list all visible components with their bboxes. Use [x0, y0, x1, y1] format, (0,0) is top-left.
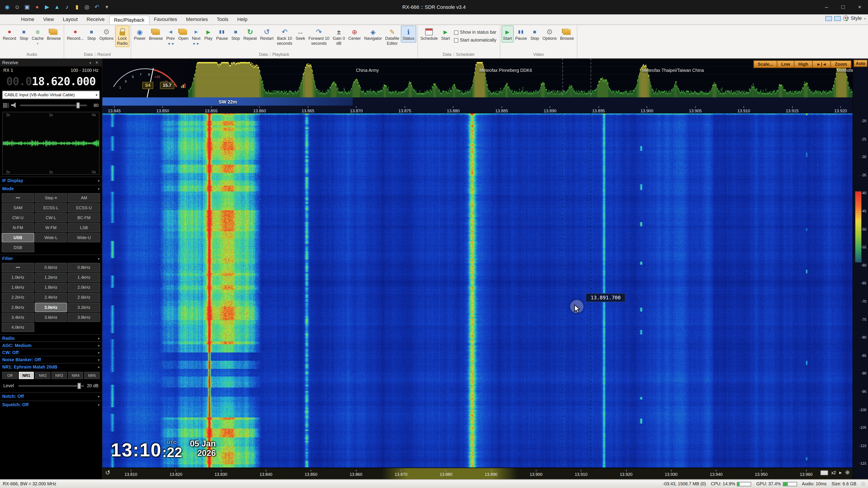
band-bar[interactable]: SW 22m	[102, 97, 852, 106]
display-layout-icon-2[interactable]	[834, 16, 841, 21]
mode-button-cw-l[interactable]: CW-L	[35, 213, 67, 223]
filter-button-3-0khz[interactable]: 3.0kHz	[35, 303, 67, 312]
tab-rec-playback[interactable]: Rec/Playback	[109, 15, 149, 24]
filter-button-1-2khz[interactable]: 1.2kHz	[35, 273, 67, 282]
navigator-button[interactable]: Navigator	[362, 26, 383, 42]
mode-button-cw-u[interactable]: CW-U	[2, 213, 34, 223]
filter-button-item[interactable]: •••	[2, 263, 34, 272]
skip-arrows-label[interactable]: ◄◄	[167, 41, 174, 45]
schedule-button[interactable]: Schedule	[419, 26, 439, 42]
speaker-icon[interactable]	[11, 102, 17, 108]
pause-button[interactable]: Pause	[514, 26, 529, 42]
mode-button-bc-fm[interactable]: BC-FM	[68, 213, 100, 223]
filter-button-2-8khz[interactable]: 2.8kHz	[2, 303, 34, 312]
filter-button-3-6khz[interactable]: 3.6kHz	[35, 313, 67, 322]
pause-button[interactable]: Pause	[215, 26, 230, 42]
waterfall[interactable]	[102, 113, 852, 467]
mode-button-ecss-u[interactable]: ECSS-U	[68, 203, 100, 213]
nr-button-nr3[interactable]: NR3	[52, 372, 67, 379]
tab-home[interactable]: Home	[17, 15, 39, 24]
levels-icon[interactable]	[3, 103, 8, 107]
play-button[interactable]: Play	[202, 26, 215, 42]
start-automatically-checkbox[interactable]: Start automatically	[454, 38, 496, 43]
users-icon[interactable]	[13, 3, 22, 11]
volume-slider[interactable]	[20, 104, 87, 106]
restart-button[interactable]: Restart	[258, 26, 275, 42]
browse-button[interactable]: Browse	[45, 26, 63, 42]
section-notch[interactable]: Notch: Off	[0, 392, 102, 399]
resize-grip[interactable]	[862, 482, 865, 486]
display-layout-icon[interactable]	[825, 16, 832, 21]
section-if-display[interactable]: IF Display	[0, 176, 102, 184]
filter-button-2-2khz[interactable]: 2.2kHz	[2, 293, 34, 302]
undo-icon[interactable]	[92, 3, 101, 11]
filter-button-3-8khz[interactable]: 3.8kHz	[68, 313, 100, 322]
power-button[interactable]: Power	[132, 26, 147, 42]
mode-button-step[interactable]: Step ≡	[35, 193, 67, 203]
center-button[interactable]: Center	[347, 26, 363, 42]
qat-dropdown-icon[interactable]	[102, 3, 111, 11]
datafile-editor-button[interactable]: DatafileEditor	[383, 26, 401, 47]
tab-favourites[interactable]: Favourites	[149, 15, 182, 24]
tab-tools[interactable]: Tools	[212, 15, 233, 24]
filter-button-4-0khz[interactable]: 4.0kHz	[2, 323, 34, 332]
tab-help[interactable]: Help	[233, 15, 252, 24]
skip-arrows-label[interactable]: ►►	[193, 41, 200, 45]
filter-button-0-6khz[interactable]: 0.6kHz	[35, 263, 67, 272]
nr-button-nr2[interactable]: NR2	[35, 372, 51, 379]
style-selector[interactable]: Style	[850, 15, 862, 21]
nr-level-thumb[interactable]	[78, 383, 81, 389]
mode-button-n-fm[interactable]: N-FM	[2, 223, 34, 232]
stop-button[interactable]: Stop	[529, 26, 541, 42]
close-button[interactable]: ×	[851, 0, 868, 14]
mode-button-dsb[interactable]: DSB	[2, 243, 34, 252]
audio-device-select[interactable]: CABLE Input (VB-Audio Virtual Cable)	[2, 91, 100, 99]
music-icon[interactable]	[63, 3, 71, 11]
open-button[interactable]: Open	[177, 26, 190, 42]
camera-icon[interactable]	[83, 3, 91, 11]
browse-button[interactable]: Browse	[147, 26, 164, 42]
filter-button-2-6khz[interactable]: 2.6kHz	[68, 293, 100, 302]
frequency-display[interactable]: 00.018.620.000	[0, 74, 102, 90]
gain-0-db-button[interactable]: Gain 0dB	[331, 26, 347, 47]
minimize-button[interactable]: –	[818, 0, 835, 14]
nr-button-nr4[interactable]: NR4	[68, 372, 83, 379]
filter-button-1-0khz[interactable]: 1.0kHz	[2, 273, 34, 282]
start-button[interactable]: Start	[501, 26, 514, 42]
zoom-button[interactable]: Zoom	[831, 60, 851, 68]
filter-button-3-4khz[interactable]: 3.4kHz	[2, 313, 34, 322]
section-radio[interactable]: Radio	[0, 334, 102, 341]
panel-close-icon[interactable]	[94, 60, 99, 65]
history-icon[interactable]: ↺	[105, 470, 110, 476]
browse-button[interactable]: Browse	[558, 26, 576, 42]
options-button[interactable]: Options	[541, 26, 558, 42]
status-button[interactable]: Status	[401, 26, 416, 42]
nr-button-nr5[interactable]: NR5	[84, 372, 100, 379]
keypad-icon[interactable]	[820, 470, 828, 475]
cache-button[interactable]: Cache	[30, 26, 45, 46]
filter-button-0-8khz[interactable]: 0.8kHz	[68, 263, 100, 272]
nr-level-slider[interactable]	[18, 385, 84, 387]
lock-radio-button[interactable]: LockRadio	[115, 26, 129, 47]
spectrum-trace[interactable]	[188, 59, 852, 97]
filter-button-1-6khz[interactable]: 1.6kHz	[2, 283, 34, 292]
section-mode[interactable]: Mode	[0, 185, 102, 192]
stop-button[interactable]: Stop	[86, 26, 98, 42]
prev-button[interactable]: Prev◄◄	[164, 26, 177, 46]
radio-item-noise-blanker-off[interactable]: Noise Blanker: Off	[0, 356, 102, 363]
mode-button-item[interactable]: •••	[2, 193, 34, 203]
volume-slider-thumb[interactable]	[76, 102, 80, 108]
record-icon[interactable]	[33, 3, 41, 11]
show-in-status-bar-checkbox[interactable]: Show in status bar	[454, 30, 496, 35]
app-icon[interactable]	[3, 3, 11, 11]
filter-button-1-8khz[interactable]: 1.8kHz	[35, 283, 67, 292]
record-button[interactable]: Record	[1, 26, 18, 42]
item-button[interactable]: ►|◄	[813, 60, 831, 68]
start-button[interactable]: Start	[439, 26, 452, 42]
high-button[interactable]: High	[795, 60, 813, 68]
zoom-in-icon[interactable]: ⊕	[845, 470, 850, 475]
style-dropdown-icon[interactable]	[864, 15, 866, 21]
mode-button-ecss-l[interactable]: ECSS-L	[35, 203, 67, 213]
waterfall-display[interactable]: 13:10 UTC:22 05 Jan 2026 13.891.700	[102, 113, 852, 467]
scale-button[interactable]: Scale...	[753, 60, 778, 68]
